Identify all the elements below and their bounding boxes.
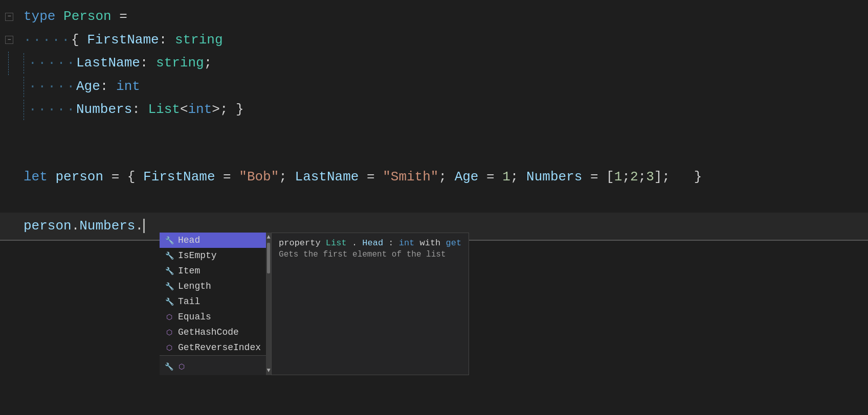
- semi-age: ;: [510, 167, 526, 188]
- empty-line-9: [0, 192, 868, 213]
- scroll-down-arrow[interactable]: ▼: [266, 366, 271, 375]
- autocomplete-item-gethashcode[interactable]: GetHashCode: [160, 325, 266, 340]
- num-val-1: 1: [614, 167, 622, 188]
- num-key: Numbers: [526, 167, 582, 188]
- autocomplete-bottom-bar: [160, 355, 266, 375]
- tt-property-text: property: [279, 238, 326, 248]
- age-label: Age: [76, 76, 100, 98]
- empty-line-6: [0, 122, 868, 142]
- gutter-1: −: [5, 13, 20, 21]
- item-label-tail: Tail: [178, 296, 200, 307]
- autocomplete-item-equals[interactable]: Equals: [160, 309, 266, 325]
- wrench-icon-length: [165, 282, 174, 291]
- cube-icon-equals: [165, 312, 174, 321]
- colon-4: :: [132, 99, 148, 121]
- fn-val: "Bob": [239, 167, 279, 188]
- autocomplete-scrollbar[interactable]: ▲ ▼: [266, 233, 271, 375]
- ln-val: "Smith": [383, 167, 438, 188]
- code-line-8: let person = { FirstName = "Bob" ; LastN…: [0, 163, 868, 192]
- angle-open: <: [180, 99, 188, 121]
- ln-key: LastName: [295, 167, 359, 188]
- wrench-icon-isempty: [165, 251, 174, 260]
- num-val-3: 3: [646, 167, 654, 188]
- age-key: Age: [455, 167, 479, 188]
- code-line-2: − ····· { FirstName : string: [0, 29, 868, 52]
- semi-ln: ;: [438, 167, 454, 188]
- string-type-1: string: [175, 30, 223, 51]
- autocomplete-dropdown: Head IsEmpty Item Length Tail: [160, 233, 469, 375]
- type-name-person: Person: [63, 6, 112, 28]
- tt-list-type: List: [326, 238, 347, 248]
- bottom-cube-icon: [179, 358, 185, 373]
- wrench-icon-item: [165, 266, 174, 275]
- eq-5: =: [582, 167, 606, 188]
- dot-2: .: [135, 216, 143, 237]
- autocomplete-list: Head IsEmpty Item Length Tail: [160, 233, 266, 375]
- fn-key: FirstName: [143, 167, 215, 188]
- colon-1: :: [159, 30, 175, 51]
- empty-line-7: [0, 142, 868, 163]
- autocomplete-item-tail[interactable]: Tail: [160, 294, 266, 309]
- bracket-close: ];: [654, 167, 670, 188]
- code-editor: − type Person = − ····· { FirstName : st…: [0, 0, 868, 415]
- eq-4: =: [478, 167, 502, 188]
- tt-head-prop: Head: [362, 238, 383, 248]
- eq-1: = {: [103, 167, 143, 188]
- brace-end: }: [670, 167, 702, 188]
- num-val-2: 2: [630, 167, 638, 188]
- dot-1: .: [72, 216, 80, 237]
- int-type-2: int: [188, 99, 212, 121]
- gutter-2: −: [5, 36, 20, 44]
- numbers-ref: Numbers: [79, 216, 135, 237]
- fold-icon-2[interactable]: −: [5, 36, 13, 44]
- person-ref: person: [24, 216, 72, 237]
- semi-n2: ;: [638, 167, 647, 188]
- string-type-2: string: [156, 53, 204, 74]
- age-val: 1: [502, 167, 510, 188]
- wrench-icon-head: [165, 236, 174, 245]
- autocomplete-item-isempty[interactable]: IsEmpty: [160, 248, 266, 263]
- brace-close: }: [228, 99, 244, 121]
- int-type: int: [116, 76, 140, 98]
- cube-icon-getreverseindex: [165, 343, 174, 352]
- indent-dots-3: ·····: [29, 53, 76, 74]
- code-line-3: ····· LastName : string ;: [0, 52, 868, 75]
- brace-open: {: [71, 30, 87, 51]
- scrollbar-thumb[interactable]: [267, 243, 270, 273]
- equals-punct: =: [112, 6, 127, 28]
- tt-colon: :: [388, 238, 398, 248]
- semi-1: ;: [204, 53, 212, 74]
- colon-2: :: [140, 53, 156, 74]
- indent-dots-4: ·····: [29, 76, 76, 98]
- code-line-5: ····· Numbers : List < int >; }: [0, 98, 868, 122]
- scroll-up-arrow[interactable]: ▲: [266, 233, 271, 242]
- autocomplete-item-head[interactable]: Head: [160, 233, 266, 248]
- item-label-getreverseindex: GetReverseIndex: [178, 342, 261, 353]
- kw-type: type: [24, 6, 55, 28]
- tooltip-description: Gets the first element of the list: [279, 250, 461, 259]
- item-label-length: Length: [178, 281, 211, 291]
- semi-fn: ;: [279, 167, 295, 188]
- autocomplete-item-item[interactable]: Item: [160, 263, 266, 279]
- indent-dots-5: ·····: [29, 99, 76, 121]
- code-line-1: − type Person =: [0, 5, 868, 29]
- semi-n1: ;: [622, 167, 630, 188]
- eq-2: =: [215, 167, 239, 188]
- autocomplete-item-length[interactable]: Length: [160, 279, 266, 294]
- item-label-isempty: IsEmpty: [178, 250, 217, 261]
- tt-with-text: with: [420, 238, 446, 248]
- wrench-icon-tail: [165, 297, 174, 306]
- person-var: person: [55, 167, 103, 188]
- item-label-head: Head: [178, 235, 200, 245]
- eq-3: =: [359, 167, 383, 188]
- tt-get-keyword: get: [446, 238, 462, 248]
- indent-dots-2: ·····: [24, 30, 71, 51]
- firstname-label: FirstName: [87, 30, 159, 51]
- autocomplete-item-getreverseindex[interactable]: GetReverseIndex: [160, 340, 266, 355]
- bottom-wrench-icon: [165, 358, 173, 373]
- kw-let: let: [24, 167, 48, 188]
- cube-icon-gethashcode: [165, 328, 174, 337]
- tooltip-title: property List . Head : int with get: [279, 238, 461, 248]
- fold-icon-1[interactable]: −: [5, 13, 13, 21]
- code-line-4: ····· Age : int: [0, 75, 868, 99]
